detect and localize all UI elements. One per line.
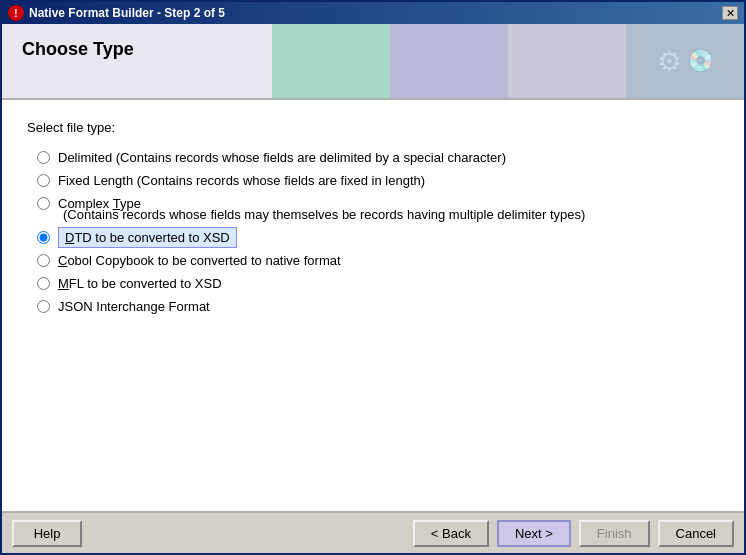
dtd-selected-box: DTD to be converted to XSD bbox=[58, 227, 237, 248]
label-dtd[interactable]: DTD to be converted to XSD bbox=[58, 230, 237, 245]
option-json[interactable]: JSON Interchange Format bbox=[37, 299, 719, 314]
wizard-step-4: ⚙ 💿 bbox=[626, 24, 744, 98]
footer-left: Help bbox=[12, 520, 82, 547]
app-icon: ! bbox=[8, 5, 24, 21]
label-delimited[interactable]: Delimited (Contains records whose fields… bbox=[58, 150, 506, 165]
wizard-step-2 bbox=[390, 24, 508, 98]
wizard-title: Choose Type bbox=[22, 39, 252, 60]
option-delimited[interactable]: Delimited (Contains records whose fields… bbox=[37, 150, 719, 165]
window-title: Native Format Builder - Step 2 of 5 bbox=[29, 6, 225, 20]
finish-button[interactable]: Finish bbox=[579, 520, 650, 547]
wizard-header-text: Choose Type bbox=[2, 24, 272, 98]
wizard-window: ! Native Format Builder - Step 2 of 5 ✕ … bbox=[0, 0, 746, 555]
next-button[interactable]: Next > bbox=[497, 520, 571, 547]
wizard-step-1 bbox=[272, 24, 390, 98]
footer-right: < Back Next > Finish Cancel bbox=[413, 520, 734, 547]
label-fixed-length[interactable]: Fixed Length (Contains records whose fie… bbox=[58, 173, 425, 188]
radio-cobol[interactable] bbox=[37, 254, 50, 267]
content-panel: Select file type: Delimited (Contains re… bbox=[2, 100, 744, 511]
label-cobol[interactable]: Cobol Copybook to be converted to native… bbox=[58, 253, 341, 268]
radio-json[interactable] bbox=[37, 300, 50, 313]
radio-dtd[interactable] bbox=[37, 231, 50, 244]
option-dtd[interactable]: DTD to be converted to XSD bbox=[37, 230, 719, 245]
option-mfl[interactable]: MFL to be converted to XSD bbox=[37, 276, 719, 291]
back-button[interactable]: < Back bbox=[413, 520, 489, 547]
cancel-button[interactable]: Cancel bbox=[658, 520, 734, 547]
radio-delimited[interactable] bbox=[37, 151, 50, 164]
title-bar-left: ! Native Format Builder - Step 2 of 5 bbox=[8, 5, 225, 21]
content-spacer bbox=[27, 314, 719, 491]
close-button[interactable]: ✕ bbox=[722, 6, 738, 20]
disc-icon: 💿 bbox=[687, 48, 714, 74]
section-label: Select file type: bbox=[27, 120, 719, 135]
radio-fixed-length[interactable] bbox=[37, 174, 50, 187]
radio-group: Delimited (Contains records whose fields… bbox=[37, 150, 719, 314]
option-cobol[interactable]: Cobol Copybook to be converted to native… bbox=[37, 253, 719, 268]
radio-mfl[interactable] bbox=[37, 277, 50, 290]
complex-type-sublabel: (Contains records whose fields may thems… bbox=[63, 207, 719, 222]
option-fixed-length[interactable]: Fixed Length (Contains records whose fie… bbox=[37, 173, 719, 188]
radio-complex-type[interactable] bbox=[37, 197, 50, 210]
wizard-step-3 bbox=[508, 24, 626, 98]
wizard-graphic: ⚙ 💿 bbox=[657, 45, 714, 78]
label-json[interactable]: JSON Interchange Format bbox=[58, 299, 210, 314]
title-bar: ! Native Format Builder - Step 2 of 5 ✕ bbox=[2, 2, 744, 24]
option-complex-type-container: Complex Type (Contains records whose fie… bbox=[37, 196, 719, 222]
wizard-steps: ⚙ 💿 bbox=[272, 24, 744, 98]
label-mfl[interactable]: MFL to be converted to XSD bbox=[58, 276, 222, 291]
gear-icon: ⚙ bbox=[657, 45, 682, 78]
footer: Help < Back Next > Finish Cancel bbox=[2, 511, 744, 553]
help-button[interactable]: Help bbox=[12, 520, 82, 547]
wizard-header: Choose Type ⚙ 💿 bbox=[2, 24, 744, 100]
